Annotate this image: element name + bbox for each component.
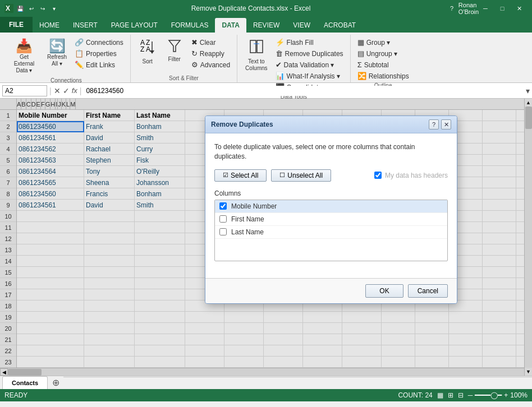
column-item-mobile[interactable]: Mobile Number [215, 200, 447, 213]
title-bar: X 💾 ↩ ↪ ▾ Remove Duplicate Contacts.xlsx… [0, 0, 532, 17]
mobile-number-column-label: Mobile Number [231, 202, 277, 210]
help-btn[interactable]: ? [443, 0, 460, 17]
ribbon-group-connections: 📥 Get ExternalData ▾ 🔄 RefreshAll ▾ 🔗 Co… [2, 35, 131, 82]
minimize-btn[interactable]: ─ [477, 0, 494, 17]
refresh-all-button[interactable]: 🔄 RefreshAll ▾ [44, 37, 70, 70]
view-pagebreak-icon[interactable]: ⊟ [458, 391, 464, 399]
zoom-out-icon[interactable]: ─ [468, 391, 473, 399]
customize-icon[interactable]: ▾ [49, 4, 58, 13]
select-all-button[interactable]: ☑ Select All [214, 169, 267, 182]
tab-data[interactable]: DATA [215, 18, 246, 33]
what-if-label: What-If Analysis ▾ [287, 72, 340, 80]
flash-fill-button[interactable]: ⚡ Flash Fill [273, 37, 346, 48]
tab-acrobat[interactable]: ACROBAT [317, 18, 363, 33]
ok-button[interactable]: OK [365, 284, 403, 298]
flash-fill-label: Flash Fill [287, 39, 314, 47]
tab-insert[interactable]: INSERT [66, 18, 104, 33]
mobile-number-checkbox[interactable] [219, 202, 227, 210]
formula-sep2: | [80, 86, 82, 95]
data-validation-label: Data Validation ▾ [284, 61, 334, 69]
svg-text:Z: Z [140, 45, 144, 53]
properties-button[interactable]: 📋 Properties [72, 48, 126, 59]
save-icon[interactable]: 💾 [16, 4, 25, 13]
sort-button[interactable]: A Z Z A Sort [135, 37, 160, 67]
close-btn[interactable]: ✕ [511, 0, 528, 17]
zoom-slider[interactable]: ━━━━◯━ [475, 391, 502, 399]
zoom-control[interactable]: ─ ━━━━◯━ + 100% [468, 391, 528, 399]
filter-icon [168, 39, 181, 55]
dialog-help-btn[interactable]: ? [429, 119, 439, 130]
zoom-in-icon[interactable]: + [504, 391, 508, 399]
svg-rect-10 [257, 40, 263, 53]
redo-icon[interactable]: ↪ [38, 4, 47, 13]
svg-text:A: A [146, 45, 150, 53]
tab-file[interactable]: FILE [0, 17, 33, 33]
ungroup-label: Ungroup ▾ [366, 50, 397, 58]
zoom-level: 100% [510, 391, 528, 399]
group-button[interactable]: ▦ Group ▾ [355, 37, 411, 48]
ungroup-icon: ▤ [357, 49, 364, 58]
clear-button[interactable]: ✖ Clear [189, 37, 232, 48]
columns-list[interactable]: Mobile Number First Name Last Name [214, 200, 448, 261]
column-item-lastname[interactable]: Last Name [215, 226, 447, 239]
text-to-columns-button[interactable]: Text toColumns [242, 37, 270, 74]
add-sheet-button[interactable]: ⊕ [49, 376, 62, 389]
tab-home[interactable]: HOME [33, 18, 66, 33]
column-item-firstname[interactable]: First Name [215, 213, 447, 226]
cancel-button[interactable]: Cancel [408, 284, 448, 298]
cancel-formula-icon[interactable]: ✕ [54, 86, 61, 95]
data-validation-button[interactable]: ✔ Data Validation ▾ [273, 59, 346, 70]
edit-links-icon: ✏️ [75, 61, 84, 69]
view-layout-icon[interactable]: ⊞ [448, 391, 453, 399]
user-name[interactable]: Ronan O'Broin [460, 0, 477, 17]
connections-button[interactable]: 🔗 Connections [72, 37, 126, 48]
undo-icon[interactable]: ↩ [27, 4, 36, 13]
confirm-formula-icon[interactable]: ✓ [63, 86, 70, 95]
connections-label: Connections [86, 39, 123, 47]
window-controls[interactable]: ? Ronan O'Broin ─ □ ✕ [443, 0, 528, 17]
sheet-tabs-bar: Contacts ⊕ [0, 376, 532, 389]
tab-formulas[interactable]: FORMULAS [164, 18, 215, 33]
sort-filter-group-label: Sort & Filter [135, 74, 232, 82]
dialog-controls[interactable]: ? ✕ [429, 119, 451, 130]
remove-duplicates-button[interactable]: 🗑 Remove Duplicates [273, 48, 346, 59]
properties-icon: 📋 [75, 49, 84, 58]
tab-view[interactable]: VIEW [286, 18, 317, 33]
sheet-tab-contacts[interactable]: Contacts [2, 376, 48, 389]
relationships-button[interactable]: 🔀 Relationships [355, 71, 411, 81]
last-name-checkbox[interactable] [219, 228, 227, 235]
unselect-all-button[interactable]: ☐ Unselect All [271, 169, 331, 182]
get-external-data-button[interactable]: 📥 Get ExternalData ▾ [7, 37, 42, 76]
fx-label: fx [72, 86, 77, 95]
ribbon-content: 📥 Get ExternalData ▾ 🔄 RefreshAll ▾ 🔗 Co… [0, 33, 532, 83]
dialog-close-btn[interactable]: ✕ [441, 119, 451, 130]
ungroup-button[interactable]: ▤ Ungroup ▾ [355, 48, 411, 59]
group-icon: ▦ [357, 38, 364, 47]
svg-marker-8 [169, 40, 180, 52]
advanced-button[interactable]: ⚙ Advanced [189, 59, 232, 70]
title-bar-quick-access[interactable]: X 💾 ↩ ↪ ▾ [4, 4, 58, 13]
cell-reference-box[interactable] [2, 85, 47, 96]
svg-marker-7 [150, 50, 154, 54]
reapply-button[interactable]: ↻ Reapply [189, 48, 232, 59]
status-bar: READY COUNT: 24 ▦ ⊞ ⊟ ─ ━━━━◯━ + 100% [0, 389, 532, 401]
ribbon-group-outline: ▦ Group ▾ ▤ Ungroup ▾ Σ Subtotal 🔀 Relat… [351, 35, 416, 82]
tab-page-layout[interactable]: PAGE LAYOUT [104, 18, 164, 33]
dialog-titlebar: Remove Duplicates ? ✕ [205, 116, 457, 133]
filter-button[interactable]: Filter [162, 37, 187, 65]
tab-review[interactable]: REVIEW [246, 18, 286, 33]
view-normal-icon[interactable]: ▦ [437, 391, 443, 399]
maximize-btn[interactable]: □ [494, 0, 511, 17]
advanced-label: Advanced [200, 61, 230, 69]
formula-expand-icon[interactable]: ▾ [526, 86, 530, 95]
first-name-checkbox[interactable] [219, 215, 227, 223]
edit-links-button[interactable]: ✏️ Edit Links [72, 59, 126, 70]
dialog-actions-left: ☑ Select All ☐ Unselect All [214, 169, 331, 182]
select-all-label: Select All [231, 172, 258, 179]
what-if-analysis-button[interactable]: 📊 What-If Analysis ▾ [273, 71, 346, 81]
text-to-columns-label: Text toColumns [245, 58, 267, 72]
subtotal-button[interactable]: Σ Subtotal [355, 59, 411, 70]
data-validation-icon: ✔ [276, 61, 282, 69]
formula-input[interactable] [84, 86, 524, 96]
headers-checkbox[interactable] [374, 172, 382, 179]
